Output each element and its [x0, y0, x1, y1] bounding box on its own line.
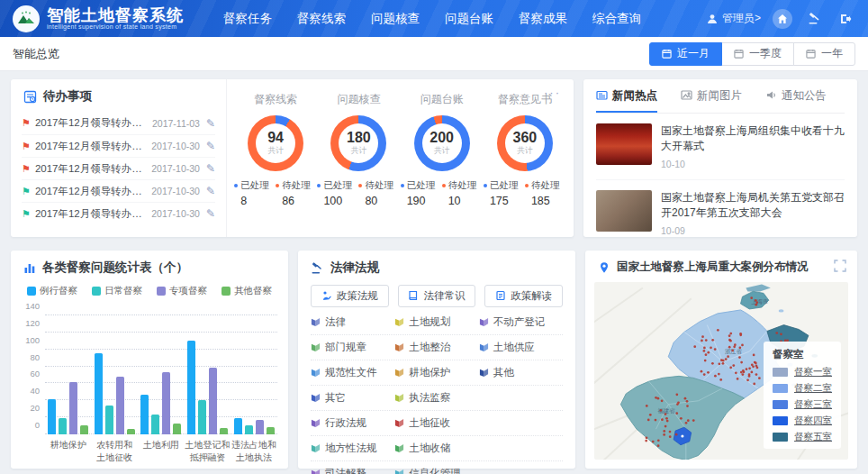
logout-icon[interactable]: [836, 9, 855, 29]
bar-其他督察[interactable]: [80, 425, 88, 434]
law-link-土地收储[interactable]: 土地收储: [394, 436, 478, 460]
bar-例行督察[interactable]: [48, 399, 56, 434]
calendar-icon: [662, 49, 672, 59]
edit-pencil-icon[interactable]: ✎: [206, 207, 215, 220]
law-button-政策法规[interactable]: 政策法规: [311, 285, 389, 307]
law-link-土地供应[interactable]: 土地供应: [479, 335, 563, 360]
news-item[interactable]: 国家土地督察上海局机关第五党支部召开2017年第五次支部大会10-09: [596, 180, 845, 246]
nav-item-2[interactable]: 督察线索: [297, 11, 346, 27]
law-link-其它[interactable]: 其它: [311, 386, 394, 410]
news-item[interactable]: 国家土地督察上海局组织集中收看十九大开幕式10-10: [596, 114, 845, 180]
time-filter-label: 一年: [821, 46, 843, 61]
time-filter-label: 一季度: [749, 46, 782, 61]
bar-日常督察[interactable]: [105, 406, 113, 434]
edit-pencil-icon[interactable]: ✎: [206, 117, 215, 130]
legend-swatch: [773, 368, 788, 377]
news-item-title: 国家土地督察上海局组织集中收看十九大开幕式: [661, 123, 845, 155]
news-thumbnail[interactable]: [596, 123, 652, 165]
bar-其他督察[interactable]: [267, 427, 275, 434]
law-link-法律[interactable]: 法律: [311, 310, 394, 334]
case-dot: [714, 348, 717, 351]
bar-例行督察[interactable]: [234, 418, 242, 434]
law-link-土地征收[interactable]: 土地征收: [394, 411, 478, 435]
case-distribution-map[interactable]: 上海市浙江省福建省 督察室 督察一室督察二室督察三室督察四室督察五室: [594, 282, 848, 460]
bar-专项督察[interactable]: [116, 377, 124, 434]
law-link-其他[interactable]: 其他: [479, 360, 563, 385]
map-legend-督察二室[interactable]: 督察二室: [773, 382, 832, 395]
law-link-不动产登记[interactable]: 不动产登记: [479, 310, 563, 334]
news-thumbnail[interactable]: [596, 190, 652, 232]
bar-日常督察[interactable]: [198, 400, 206, 434]
nav-item-5[interactable]: 督察成果: [519, 11, 567, 27]
donut-chart: 督察线索94共计已处理待处理886: [234, 92, 317, 237]
map-legend-督察五室[interactable]: 督察五室: [773, 431, 832, 443]
legend-dot-pending: [525, 184, 529, 187]
law-link-行政法规[interactable]: 行政法规: [311, 411, 394, 435]
edit-pencil-icon[interactable]: ✎: [206, 162, 215, 175]
fullscreen-icon[interactable]: [834, 260, 846, 272]
law-link-土地规划[interactable]: 土地规划: [394, 310, 478, 334]
map-legend-督察三室[interactable]: 督察三室: [773, 398, 832, 411]
todo-item[interactable]: ⚑2017年12月领导转办督察线索2017-11-03✎: [22, 112, 215, 134]
nav-item-4[interactable]: 问题台账: [445, 11, 493, 27]
bar-日常督察[interactable]: [59, 418, 67, 434]
time-filter-近一月[interactable]: 近一月: [649, 42, 722, 66]
law-link-执法监察[interactable]: 执法监察: [394, 386, 478, 410]
map-legend-督察四室[interactable]: 督察四室: [773, 415, 832, 427]
legend-pending: 待处理: [442, 179, 484, 192]
home-icon[interactable]: [773, 9, 792, 29]
law-link-规范性文件[interactable]: 规范性文件: [311, 360, 394, 385]
legend-swatch: [222, 287, 231, 296]
law-link-信息化管理[interactable]: 信息化管理: [394, 461, 478, 474]
edit-pencil-icon[interactable]: ✎: [206, 140, 215, 152]
law-link-司法解释[interactable]: 司法解释: [311, 461, 394, 474]
bar-专项督察[interactable]: [256, 420, 264, 434]
nav-item-1[interactable]: 督察任务: [223, 11, 272, 27]
law-link-土地整治[interactable]: 土地整治: [394, 335, 478, 360]
bar-其他督察[interactable]: [173, 424, 181, 434]
bar-日常督察[interactable]: [151, 415, 159, 434]
nav-item-6[interactable]: 综合查询: [592, 11, 641, 27]
todo-item[interactable]: ⚑2017年12月领导转办督察线索2017-10-30✎: [22, 157, 215, 179]
map-legend-督察一室[interactable]: 督察一室: [773, 366, 832, 378]
bar-例行督察[interactable]: [95, 353, 103, 434]
book-icon: [479, 342, 489, 352]
bar-专项督察[interactable]: [69, 382, 77, 434]
news-item-title: 国家土地督察上海局机关第五党支部召开2017年第五次支部大会: [661, 190, 845, 222]
book-icon: [394, 368, 404, 378]
processed-value: 175: [484, 195, 525, 207]
bar-例行督察[interactable]: [187, 341, 195, 434]
law-button-政策解读[interactable]: 政策解读: [484, 285, 563, 307]
time-filter-一季度[interactable]: 一季度: [721, 42, 794, 66]
law-button-法律常识[interactable]: 法律常识: [398, 285, 476, 307]
pending-value: 86: [276, 195, 317, 207]
bar-例行督察[interactable]: [140, 395, 149, 434]
legend-item-例行督察[interactable]: 例行督察: [27, 285, 77, 297]
user-menu[interactable]: 管理员>: [707, 11, 761, 26]
gavel-icon[interactable]: [804, 9, 824, 29]
todo-item[interactable]: ⚑2017年12月领导转办督察线索2017-10-30✎: [22, 179, 215, 202]
bar-专项督察[interactable]: [209, 368, 217, 434]
edit-pencil-icon[interactable]: ✎: [206, 185, 215, 197]
bar-其他督察[interactable]: [220, 428, 228, 434]
legend-item-日常督察[interactable]: 日常督察: [92, 285, 142, 297]
news-item-date: 10-09: [661, 225, 845, 236]
time-filter-一年[interactable]: 一年: [793, 42, 855, 66]
todo-item[interactable]: ⚑2017年12月领导转办督察线索2017-10-30✎: [22, 202, 215, 224]
todo-item[interactable]: ⚑2017年12月领导转办督察线索2017-10-30✎: [22, 134, 215, 157]
law-link-部门规章[interactable]: 部门规章: [311, 335, 394, 360]
news-tab-通知公告[interactable]: 通知公告: [765, 88, 827, 113]
legend-item-其他督察[interactable]: 其他督察: [222, 285, 272, 297]
case-dot: [703, 350, 706, 352]
law-link-地方性法规[interactable]: 地方性法规: [311, 436, 394, 460]
law-link-耕地保护[interactable]: 耕地保护: [394, 360, 478, 385]
news-item-body: 国家土地督察上海局组织集中收看十九大开幕式10-10: [661, 123, 845, 169]
news-tab-新闻热点[interactable]: 新闻热点: [596, 88, 657, 113]
bar-专项督察[interactable]: [162, 372, 170, 434]
legend-item-专项督察[interactable]: 专项督察: [157, 285, 207, 297]
bar-日常督察[interactable]: [245, 425, 253, 434]
nav-item-3[interactable]: 问题核查: [371, 11, 420, 27]
news-tab-新闻图片[interactable]: 新闻图片: [681, 88, 742, 113]
card-more-menu[interactable]: ···: [544, 87, 561, 98]
bar-其他督察[interactable]: [127, 429, 135, 434]
